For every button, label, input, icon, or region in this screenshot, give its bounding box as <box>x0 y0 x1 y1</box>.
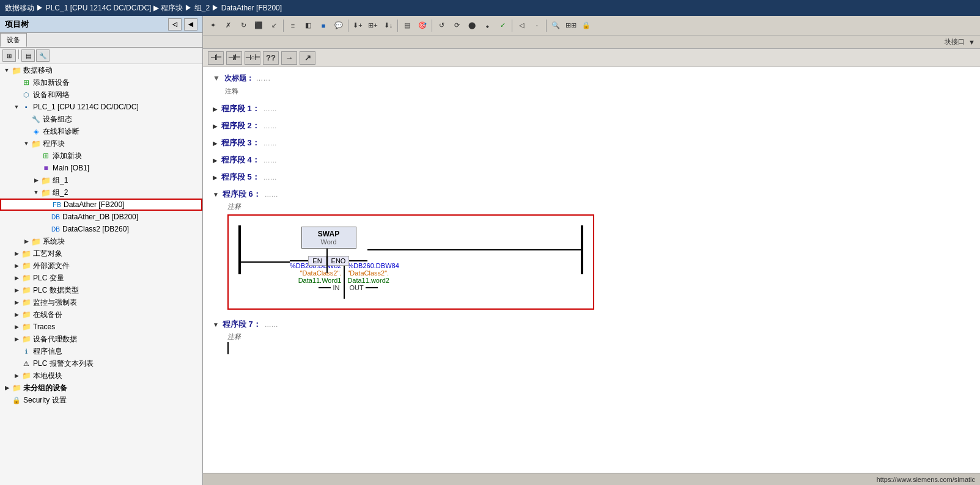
arrow-program-blocks[interactable]: ▼ <box>22 140 31 147</box>
lad-btn-coil[interactable]: → <box>281 51 297 65</box>
toolbar-btn-16[interactable]: ⟳ <box>449 18 464 33</box>
tree-item-security[interactable]: 🔒 Security 设置 <box>0 394 202 406</box>
toolbar-btn-23[interactable]: ⊞⊞ <box>564 18 578 33</box>
tree-item-online-diag[interactable]: ◈ 在线和诊断 <box>0 125 202 137</box>
toolbar-btn-19[interactable]: ✓ <box>495 18 510 33</box>
arrow-plc1[interactable]: ▼ <box>12 104 21 110</box>
lad-btn-contact-nc[interactable]: ⊣/⊢ <box>226 51 242 65</box>
tree-item-ungrouped[interactable]: ▶ 📁 未分组的设备 <box>0 382 202 394</box>
arrow-plc-vars[interactable]: ▶ <box>12 275 21 281</box>
toolbar-btn-7[interactable]: ◧ <box>301 18 315 33</box>
tree-item-plc-vars[interactable]: ▶ 📁 PLC 变量 <box>0 272 202 284</box>
arrow-plc-types[interactable]: ▶ <box>12 287 21 293</box>
section-arrow[interactable]: ▼ <box>213 74 220 82</box>
segment-1-header[interactable]: ▶ 程序段 1： …… <box>213 101 970 116</box>
toolbar-btn-12[interactable]: ⬇↓ <box>381 18 396 33</box>
tree-item-traces[interactable]: ▶ 📁 Traces <box>0 321 202 333</box>
lad-btn-branch[interactable]: ↗ <box>300 51 315 65</box>
tree-item-program-blocks[interactable]: ▼ 📁 程序块 <box>0 137 202 150</box>
toolbar-btn-13[interactable]: ▤ <box>400 18 414 33</box>
toolbar-btn-17[interactable]: ⬤ <box>465 18 479 33</box>
tree-item-add-device[interactable]: ⊞ 添加新设备 <box>0 76 202 89</box>
tree-item-data-move[interactable]: ▼ 📁 数据移动 <box>0 64 202 76</box>
arrow-ungrouped[interactable]: ▶ <box>2 385 11 391</box>
tree-item-program-info[interactable]: ℹ 程序信息 <box>0 345 202 357</box>
arrow-tech-objects[interactable]: ▶ <box>12 250 21 257</box>
toolbar-btn-9[interactable]: 💬 <box>331 18 346 33</box>
tree-item-local-modules[interactable]: ▶ 📁 本地模块 <box>0 370 202 382</box>
tree-item-online-backup[interactable]: ▶ 📁 在线备份 <box>0 308 202 321</box>
sidebar-pin-btn[interactable]: ◀ <box>184 18 197 31</box>
arrow-data-move[interactable]: ▼ <box>2 67 11 73</box>
tree-item-ext-sources[interactable]: ▶ 📁 外部源文件 <box>0 260 202 272</box>
segment-6-header[interactable]: ▼ 程序段 6： …… <box>213 187 970 202</box>
tree-item-add-block[interactable]: ⊞ 添加新块 <box>0 150 202 162</box>
segment-4-header[interactable]: ▶ 程序段 4： …… <box>213 153 970 167</box>
segment-5-header[interactable]: ▶ 程序段 5： …… <box>213 170 970 184</box>
tree-item-device-config[interactable]: 🔧 设备组态 <box>0 113 202 125</box>
toolbar-btn-1[interactable]: ✦ <box>205 18 220 33</box>
tree-item-dataather-fb200[interactable]: FB DataAther [FB200] <box>0 199 202 211</box>
toolbar-btn-20[interactable]: ◁ <box>514 18 529 33</box>
tree-item-plc-types[interactable]: ▶ 📁 PLC 数据类型 <box>0 284 202 296</box>
tree-item-monitor-force[interactable]: ▶ 📁 监控与强制表 <box>0 296 202 308</box>
lad-btn-box[interactable]: ?? <box>263 51 279 65</box>
arrow-local-modules[interactable]: ▶ <box>12 373 21 379</box>
sidebar-collapse-btn[interactable]: ◁ <box>168 18 182 31</box>
toolbar-btn-18[interactable]: ⬥ <box>480 18 495 33</box>
toolbar-btn-24[interactable]: 🔒 <box>579 18 594 33</box>
tree-item-group1[interactable]: ▶ 📁 组_1 <box>0 174 202 186</box>
arrow-group1[interactable]: ▶ <box>32 177 40 183</box>
tree-item-main-ob1[interactable]: ■ Main [OB1] <box>0 162 202 174</box>
tree-item-plc-alarms[interactable]: ⚠ PLC 报警文本列表 <box>0 357 202 370</box>
lad-btn-contact-p[interactable]: ⊣○⊢ <box>245 51 260 65</box>
tree-item-system-blocks[interactable]: ▶ 📁 系统块 <box>0 235 202 247</box>
label-monitor-force: 监控与强制表 <box>33 297 77 308</box>
toolbar-btn-11[interactable]: ⊞+ <box>366 18 380 33</box>
tree-item-group2[interactable]: ▼ 📁 组_2 <box>0 186 202 199</box>
toolbar-grid-btn[interactable]: ▤ <box>21 49 35 62</box>
arrow-online-backup[interactable]: ▶ <box>12 312 21 318</box>
toolbar-btn-4[interactable]: ⬛ <box>251 18 266 33</box>
seg7-arrow[interactable]: ▼ <box>213 321 219 328</box>
seg6-arrow[interactable]: ▼ <box>213 191 219 198</box>
arrow-device-proxy[interactable]: ▶ <box>12 336 21 342</box>
tree-item-dataather-db[interactable]: DB DataAther_DB [DB200] <box>0 211 202 223</box>
block-interface-expand[interactable]: ▼ <box>968 38 975 46</box>
segment-3-header[interactable]: ▶ 程序段 3： …… <box>213 136 970 150</box>
seg3-arrow[interactable]: ▶ <box>213 140 218 147</box>
segment-7-header[interactable]: ▼ 程序段 7： …… <box>213 317 970 332</box>
toolbar-btn-2[interactable]: ✗ <box>221 18 235 33</box>
seg5-arrow[interactable]: ▶ <box>213 174 218 181</box>
seg2-arrow[interactable]: ▶ <box>213 123 218 129</box>
toolbar-btn-21[interactable]: ⬝ <box>529 18 544 33</box>
toolbar-btn-10[interactable]: ⬇+ <box>350 18 365 33</box>
arrow-traces[interactable]: ▶ <box>12 324 21 330</box>
arrow-system-blocks[interactable]: ▶ <box>22 238 31 244</box>
toolbar-list-btn[interactable]: 🔧 <box>36 49 50 62</box>
toolbar-btn-15[interactable]: ↺ <box>434 18 449 33</box>
tree-item-dataclass2-db[interactable]: DB DataClass2 [DB260] <box>0 223 202 235</box>
arrow-monitor-force[interactable]: ▶ <box>12 299 21 305</box>
segment-2-header[interactable]: ▶ 程序段 2： …… <box>213 119 970 133</box>
label-system-blocks: 系统块 <box>43 236 65 247</box>
toolbar-btn-14[interactable]: 🎯 <box>415 18 430 33</box>
seg4-arrow[interactable]: ▶ <box>213 157 218 164</box>
toolbar-btn-3[interactable]: ↻ <box>236 18 251 33</box>
tree-item-tech-objects[interactable]: ▶ 📁 工艺对象 <box>0 247 202 260</box>
tree-item-device-proxy[interactable]: ▶ 📁 设备代理数据 <box>0 333 202 345</box>
diagram-area[interactable]: ▼ 次标题： …… 注释 ▶ 程序段 1： …… ▶ 程序段 2： …… <box>203 67 980 473</box>
lad-btn-contact-no[interactable]: ⊣⊢ <box>208 51 224 65</box>
tree-item-plc1[interactable]: ▼ ▪ PLC_1 [CPU 1214C DC/DC/DC] <box>0 101 202 113</box>
tab-devices[interactable]: 设备 <box>0 33 27 47</box>
toolbar-btn-8[interactable]: ■ <box>316 18 331 33</box>
arrow-ext-sources[interactable]: ▶ <box>12 263 21 269</box>
seg1-arrow[interactable]: ▶ <box>213 106 218 112</box>
toolbar-btn-5[interactable]: ↙ <box>267 18 281 33</box>
toolbar-btn-6[interactable]: ≡ <box>286 18 300 33</box>
sidebar-content[interactable]: ▼ 📁 数据移动 ⊞ 添加新设备 ⬡ 设备和网络 ▼ ▪ PLC_1 [CPU … <box>0 64 202 485</box>
toolbar-icon1[interactable]: ⊞ <box>2 49 16 62</box>
toolbar-btn-22[interactable]: 🔍 <box>548 18 563 33</box>
tree-item-devices-network[interactable]: ⬡ 设备和网络 <box>0 89 202 101</box>
arrow-group2[interactable]: ▼ <box>32 189 40 195</box>
